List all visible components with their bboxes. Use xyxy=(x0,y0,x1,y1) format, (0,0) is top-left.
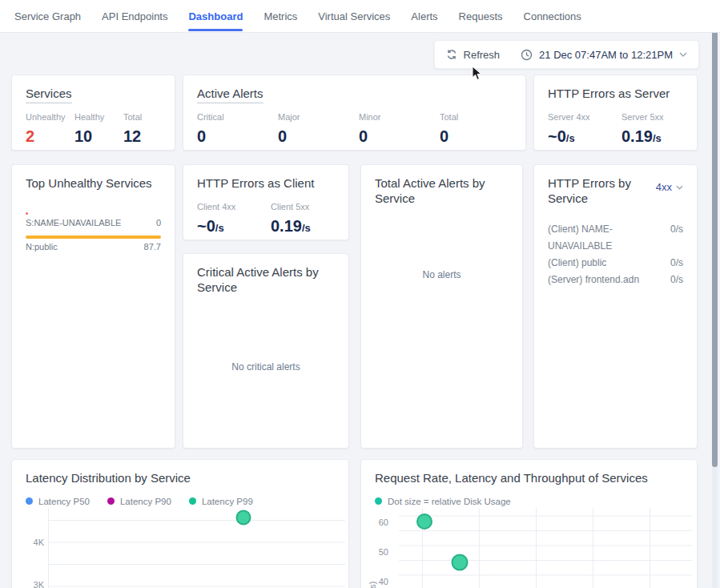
refresh-label: Refresh xyxy=(464,49,501,61)
stat-server-4xx: Server 4xx ~0/s xyxy=(548,112,621,146)
service-datapoint[interactable] xyxy=(416,513,432,530)
service-health-bar xyxy=(26,236,161,239)
request-rate-legend: Dot size = relative Disk Usage xyxy=(375,497,683,506)
p50-dot-icon xyxy=(26,497,33,505)
critical-alerts-card: Critical Active Alerts by Service No cri… xyxy=(183,253,349,449)
total-alerts-title: Total Active Alerts by Service xyxy=(375,176,509,207)
stat-critical: Critical 0 xyxy=(197,112,278,146)
error-rate: 0/s xyxy=(670,272,683,288)
active-alerts-card-title: Active Alerts xyxy=(197,87,512,102)
service-name: N:public xyxy=(26,242,58,252)
latency-chart-title: Latency Distribution by Service xyxy=(26,471,335,486)
total-alerts-card: Total Active Alerts by Service No alerts xyxy=(360,164,523,449)
y-axis-tick: 50 xyxy=(368,547,388,557)
y-axis-tick: 60 xyxy=(368,518,388,527)
unhealthy-service-item[interactable]: S:NAME-UNAVAILABLE 0 xyxy=(26,212,161,228)
stat-total-alerts: Total 0 xyxy=(440,112,521,146)
http-errors-client-card: HTTP Errors as Client Client 4xx ~0/s Cl… xyxy=(183,164,349,240)
error-type-dropdown[interactable]: 4xx xyxy=(656,181,683,193)
refresh-button[interactable]: Refresh xyxy=(446,49,501,61)
stat-client-4xx: Client 4xx ~0/s xyxy=(197,202,271,236)
service-value: 87.7 xyxy=(144,242,161,252)
time-range-label: 21 Dec 07:47AM to 12:21PM xyxy=(539,49,673,61)
error-row[interactable]: (Client) public 0/s xyxy=(548,255,683,272)
p99-dot-icon xyxy=(189,497,196,505)
request-rate-card: Request Rate, Latency and Throughput of … xyxy=(360,459,698,588)
legend-item-p50[interactable]: Latency P50 xyxy=(26,497,90,506)
tab-requests[interactable]: Requests xyxy=(459,0,503,33)
stat-unhealthy: Unhealthy 2 xyxy=(26,112,74,146)
stat-server-5xx: Server 5xx 0.19/s xyxy=(621,112,695,146)
error-row[interactable]: (Server) frontend.adn 0/s xyxy=(548,272,683,288)
error-service-name: (Client) public xyxy=(548,255,606,272)
stat-minor: Minor 0 xyxy=(359,112,440,146)
http-errors-server-title: HTTP Errors as Server xyxy=(548,87,683,102)
time-range-picker[interactable]: 21 Dec 07:47AM to 12:21PM xyxy=(521,49,687,61)
y-axis-tick: 4K xyxy=(23,538,44,547)
tab-dashboard[interactable]: Dashboard xyxy=(188,0,243,33)
tab-connections[interactable]: Connections xyxy=(524,0,581,33)
service-name: S:NAME-UNAVAILABLE xyxy=(26,218,121,228)
stat-total-services: Total 12 xyxy=(123,112,172,146)
error-row[interactable]: (Client) NAME-UNAVAILABLE 0/s xyxy=(548,221,683,255)
disk-usage-dot-icon xyxy=(375,497,382,505)
critical-alerts-title: Critical Active Alerts by Service xyxy=(197,265,335,296)
top-unhealthy-services-card: Top Unhealthy Services S:NAME-UNAVAILABL… xyxy=(11,164,175,449)
error-service-name: (Server) frontend.adn xyxy=(548,272,639,288)
toolbar: Refresh 21 Dec 07:47AM to 12:21PM xyxy=(434,40,699,69)
latency-plot-area xyxy=(48,508,345,588)
http-errors-client-title: HTTP Errors as Client xyxy=(197,176,335,191)
error-rate: 0/s xyxy=(670,221,683,255)
stat-major: Major 0 xyxy=(278,112,359,146)
latency-chart-legend: Latency P50 Latency P90 Latency P99 xyxy=(26,497,335,506)
latency-distribution-card: Latency Distribution by Service Latency … xyxy=(11,459,349,588)
empty-state-text: No alerts xyxy=(422,269,461,280)
legend-item-disk-usage[interactable]: Dot size = relative Disk Usage xyxy=(375,497,511,506)
services-card: Services Unhealthy 2 Healthy 10 Total 12 xyxy=(11,75,175,151)
p90-dot-icon xyxy=(107,497,115,505)
chevron-down-icon xyxy=(679,52,687,57)
legend-item-p90[interactable]: Latency P90 xyxy=(107,497,171,506)
service-value: 0 xyxy=(156,218,161,228)
error-service-name: (Client) NAME-UNAVAILABLE xyxy=(548,221,670,255)
request-rate-chart-title: Request Rate, Latency and Throughput of … xyxy=(375,471,683,486)
legend-item-p99[interactable]: Latency P99 xyxy=(189,497,253,506)
http-by-service-title: HTTP Errors by Service xyxy=(548,176,646,207)
top-nav: Service Graph API Endpoints Dashboard Me… xyxy=(0,0,720,33)
y-axis-tick: 3K xyxy=(23,580,44,588)
http-errors-by-service-card: HTTP Errors by Service 4xx (Client) NAME… xyxy=(533,164,698,449)
latency-p99-datapoint[interactable] xyxy=(236,510,251,526)
tab-service-graph[interactable]: Service Graph xyxy=(14,0,81,33)
clock-icon xyxy=(521,49,533,61)
unhealthy-service-item[interactable]: N:public 87.7 xyxy=(26,236,161,252)
tab-virtual-services[interactable]: Virtual Services xyxy=(318,0,390,33)
http-errors-server-card: HTTP Errors as Server Server 4xx ~0/s Se… xyxy=(533,75,698,151)
tab-metrics[interactable]: Metrics xyxy=(263,0,297,33)
request-rate-plot-area xyxy=(399,508,692,588)
service-datapoint[interactable] xyxy=(452,554,469,571)
scrollbar-thumb[interactable] xyxy=(712,26,718,467)
service-health-bar xyxy=(26,212,28,215)
refresh-icon xyxy=(446,49,457,60)
top-unhealthy-title: Top Unhealthy Services xyxy=(26,176,161,191)
error-rate: 0/s xyxy=(670,255,683,272)
stat-healthy: Healthy 10 xyxy=(74,112,123,146)
chevron-down-icon xyxy=(676,185,683,190)
empty-state-text: No critical alerts xyxy=(231,361,300,373)
y-axis-label: (s) xyxy=(368,582,377,588)
services-card-title: Services xyxy=(26,87,161,102)
active-alerts-card: Active Alerts Critical 0 Major 0 Minor 0… xyxy=(183,75,526,151)
stat-client-5xx: Client 5xx 0.19/s xyxy=(271,202,344,236)
tab-alerts[interactable]: Alerts xyxy=(411,0,437,33)
tab-api-endpoints[interactable]: API Endpoints xyxy=(102,0,167,33)
